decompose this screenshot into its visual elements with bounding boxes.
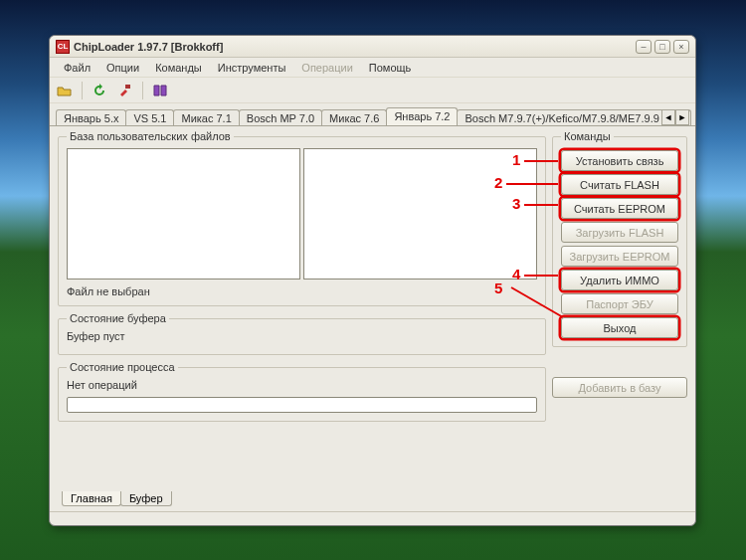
- menu-help[interactable]: Помощь: [361, 60, 420, 76]
- bottom-tabstrip: Главная Буфер: [50, 491, 695, 511]
- process-state-legend: Состояние процесса: [67, 361, 178, 373]
- app-icon: CL: [56, 40, 70, 54]
- menubar: Файл Опции Команды Инструменты Операции …: [50, 58, 695, 78]
- menu-options[interactable]: Опции: [98, 60, 147, 76]
- buffer-state-group: Состояние буфера Буфер пуст: [58, 312, 546, 355]
- open-icon[interactable]: [54, 80, 76, 101]
- content-area: База пользовательских файлов Файл не выб…: [50, 125, 695, 491]
- cmd-load-eeprom-button: Загрузить EEPROM: [561, 246, 678, 267]
- menu-tools[interactable]: Инструменты: [210, 60, 294, 76]
- tab-6[interactable]: Bosch M7.9.7(+)/Kefico/M7.9.8/ME7.9.9: [457, 109, 666, 125]
- cmd-connect-button[interactable]: Установить связь: [561, 150, 678, 171]
- cmd-load-flash-button: Загрузить FLASH: [561, 222, 678, 243]
- cmd-read-eeprom-button[interactable]: Считать EEPROM: [561, 198, 678, 219]
- tab-3[interactable]: Bosch MP 7.0: [239, 109, 322, 125]
- tab-1[interactable]: VS 5.1: [125, 109, 174, 125]
- reload-icon[interactable]: [89, 80, 110, 101]
- cmd-delete-immo-button[interactable]: Удалить ИММО: [561, 270, 678, 290]
- bottom-tab-buffer[interactable]: Буфер: [120, 491, 172, 506]
- left-column: База пользовательских файлов Файл не выб…: [58, 130, 546, 487]
- file-pane-left[interactable]: [67, 148, 300, 280]
- maximize-button[interactable]: □: [654, 40, 670, 54]
- buffer-state-text: Буфер пуст: [67, 330, 537, 346]
- commands-list: Установить связь Считать FLASH Считать E…: [561, 150, 678, 338]
- commands-group: Команды Установить связь Считать FLASH С…: [552, 130, 687, 347]
- cmd-ecu-passport-button: Паспорт ЭБУ: [561, 293, 678, 314]
- tab-scroll-left-icon[interactable]: ◄: [661, 109, 675, 125]
- tab-4[interactable]: Микас 7.6: [321, 109, 387, 125]
- commands-legend: Команды: [561, 130, 614, 142]
- hammer-icon[interactable]: [114, 80, 136, 101]
- tab-0[interactable]: Январь 5.x: [56, 109, 126, 125]
- tab-scroll-right-icon[interactable]: ►: [675, 109, 689, 125]
- user-files-legend: База пользовательских файлов: [67, 130, 234, 142]
- menu-file[interactable]: Файл: [56, 60, 98, 76]
- toolbar: [50, 78, 695, 103]
- buffer-state-legend: Состояние буфера: [67, 312, 169, 324]
- app-window: CL ChipLoader 1.97.7 [Brokkoff] – □ × Фа…: [49, 35, 696, 526]
- cmd-read-flash-button[interactable]: Считать FLASH: [561, 174, 678, 195]
- tab-5[interactable]: Январь 7.2: [386, 107, 458, 125]
- close-button[interactable]: ×: [673, 40, 689, 54]
- minimize-button[interactable]: –: [636, 40, 652, 54]
- tab-scroll: ◄ ►: [661, 109, 689, 125]
- tabstrip: Январь 5.x VS 5.1 Микас 7.1 Bosch MP 7.0…: [50, 103, 695, 125]
- statusbar: [50, 511, 695, 525]
- window-title: ChipLoader 1.97.7 [Brokkoff]: [74, 41, 633, 53]
- svg-rect-0: [125, 85, 130, 89]
- book-icon[interactable]: [149, 80, 171, 101]
- file-not-selected-label: Файл не выбран: [67, 285, 537, 297]
- bottom-tab-main[interactable]: Главная: [62, 491, 121, 506]
- toolbar-separator: [142, 82, 143, 99]
- user-files-group: База пользовательских файлов Файл не выб…: [58, 130, 546, 306]
- progress-bar: [67, 397, 537, 413]
- process-state-group: Состояние процесса Нет операций: [58, 361, 546, 422]
- titlebar[interactable]: CL ChipLoader 1.97.7 [Brokkoff] – □ ×: [50, 36, 695, 58]
- menu-operations: Операции: [293, 60, 360, 76]
- toolbar-separator: [82, 82, 83, 99]
- add-to-base-button: Добавить в базу: [552, 377, 687, 398]
- process-state-text: Нет операций: [67, 379, 537, 391]
- cmd-exit-button[interactable]: Выход: [561, 317, 678, 338]
- menu-commands[interactable]: Команды: [147, 60, 210, 76]
- right-column: Команды Установить связь Считать FLASH С…: [552, 130, 687, 487]
- tab-2[interactable]: Микас 7.1: [173, 109, 239, 125]
- file-pane-right[interactable]: [303, 148, 537, 280]
